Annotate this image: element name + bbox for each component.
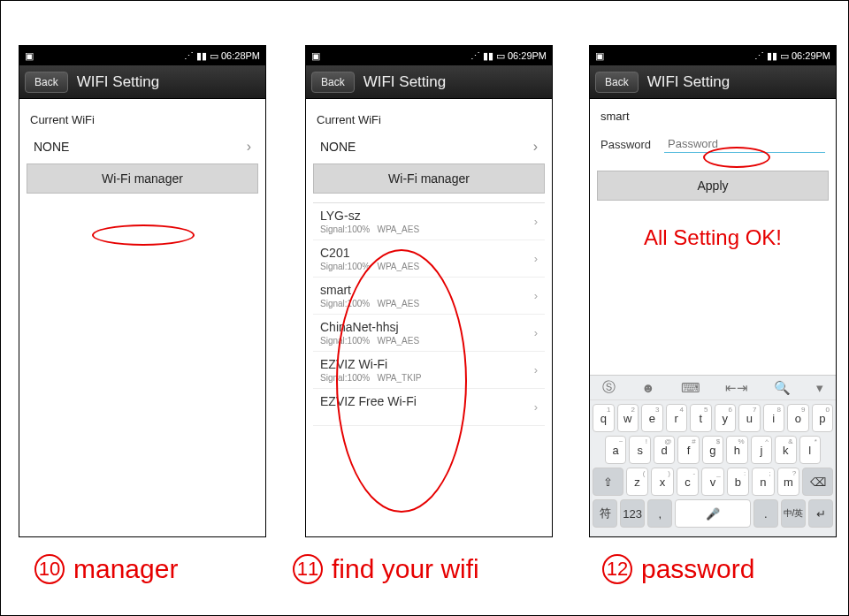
- wifi-item[interactable]: LYG-szSignal:100% WPA_AES›: [313, 203, 545, 240]
- wifi-manager-button[interactable]: Wi-Fi manager: [313, 164, 545, 194]
- kb-logo-icon[interactable]: Ⓢ: [602, 379, 616, 396]
- caption-12: 12 password: [602, 554, 754, 584]
- key-n[interactable]: ;n: [752, 468, 774, 496]
- key-e[interactable]: 3e: [641, 404, 663, 432]
- wifi-icon: ⋰: [754, 50, 764, 62]
- password-label: Password: [600, 138, 655, 151]
- back-button[interactable]: Back: [25, 72, 68, 93]
- status-time: 06:29PM: [508, 50, 547, 61]
- key-k[interactable]: &k: [775, 436, 796, 464]
- keyboard-toolbar: Ⓢ ☻ ⌨ ⇤⇥ 🔍 ▾: [590, 376, 836, 400]
- step-number: 12: [602, 554, 632, 584]
- wifi-item[interactable]: ChinaNet-hhsjSignal:100% WPA_AES›: [313, 315, 545, 352]
- key-backspace[interactable]: ⌫: [802, 468, 833, 496]
- apply-button[interactable]: Apply: [597, 171, 829, 201]
- kb-row-4: 符 123 , 🎤 . 中/英 ↵: [593, 499, 833, 528]
- key-o[interactable]: 9o: [787, 404, 809, 432]
- signal-icon: ▮▮: [483, 50, 493, 62]
- key-p[interactable]: 0p: [812, 404, 834, 432]
- key-j[interactable]: ^j: [751, 436, 772, 464]
- chevron-right-icon: ›: [534, 289, 538, 302]
- caption-11: 11 find your wifi: [293, 554, 479, 584]
- key-numbers[interactable]: 123: [620, 499, 645, 528]
- key-g[interactable]: $g: [702, 436, 723, 464]
- chevron-right-icon: ›: [247, 139, 251, 155]
- key-b[interactable]: :b: [727, 468, 749, 496]
- key-i[interactable]: 8i: [763, 404, 785, 432]
- current-wifi-label: Current WiFi: [317, 113, 545, 126]
- page-title: WIFI Setting: [363, 73, 447, 91]
- ssid-value: smart: [600, 110, 829, 123]
- screenshot-icon: ▣: [311, 50, 320, 62]
- status-bar: ▣ ⋰ ▮▮ ▭ 06:29PM: [590, 46, 836, 65]
- key-s[interactable]: !s: [629, 436, 650, 464]
- title-bar: Back WIFI Setting: [19, 65, 265, 99]
- key-x[interactable]: )x: [651, 468, 673, 496]
- phone-2: ▣ ⋰ ▮▮ ▭ 06:29PM Back WIFI Setting Curre…: [305, 45, 553, 537]
- key-l[interactable]: *l: [799, 436, 821, 464]
- key-shift[interactable]: ⇧: [593, 468, 623, 496]
- chevron-right-icon: ›: [534, 400, 538, 414]
- key-w[interactable]: 2w: [617, 404, 639, 432]
- battery-icon: ▭: [496, 50, 505, 62]
- key-enter[interactable]: ↵: [808, 499, 833, 528]
- wifi-item[interactable]: EZVIZ Free Wi-Fi ›: [313, 389, 545, 426]
- key-m[interactable]: ?m: [777, 468, 799, 496]
- key-r[interactable]: 4r: [666, 404, 688, 432]
- title-bar: Back WIFI Setting: [306, 65, 552, 99]
- password-input[interactable]: [664, 135, 825, 153]
- wifi-manager-button[interactable]: Wi-Fi manager: [27, 164, 258, 194]
- wifi-list: LYG-szSignal:100% WPA_AES› C201Signal:10…: [313, 202, 545, 426]
- annotation-circle: [92, 224, 195, 246]
- key-c[interactable]: -c: [677, 468, 699, 496]
- collapse-icon[interactable]: ▾: [816, 380, 823, 396]
- key-q[interactable]: 1q: [593, 404, 615, 432]
- key-z[interactable]: (z: [626, 468, 648, 496]
- step-number: 10: [34, 554, 65, 584]
- chevron-right-icon: ›: [534, 252, 538, 265]
- wifi-item[interactable]: smartSignal:100% WPA_AES›: [313, 278, 545, 315]
- title-bar: Back WIFI Setting: [590, 65, 836, 99]
- signal-icon: ▮▮: [767, 50, 777, 62]
- key-symbols[interactable]: 符: [593, 499, 617, 528]
- key-comma[interactable]: ,: [647, 499, 672, 528]
- mic-icon: 🎤: [706, 507, 720, 521]
- key-period[interactable]: .: [753, 499, 778, 528]
- key-language[interactable]: 中/英: [781, 499, 806, 528]
- back-button[interactable]: Back: [595, 72, 639, 93]
- kb-row-2: ~a !s @d #f $g %h ^j &k *l: [593, 436, 833, 464]
- key-space[interactable]: 🎤: [675, 499, 750, 528]
- key-f[interactable]: #f: [677, 436, 699, 464]
- wifi-item[interactable]: EZVIZ Wi-FiSignal:100% WPA_TKIP›: [313, 352, 545, 389]
- key-u[interactable]: 7u: [738, 404, 761, 432]
- signal-icon: ▮▮: [196, 50, 207, 62]
- current-wifi-row[interactable]: NONE ›: [313, 130, 545, 164]
- key-t[interactable]: 5t: [690, 404, 712, 432]
- back-button[interactable]: Back: [311, 72, 355, 93]
- page-title: WIFI Setting: [77, 73, 160, 91]
- phone-3: ▣ ⋰ ▮▮ ▭ 06:29PM Back WIFI Setting smart…: [589, 45, 837, 537]
- key-d[interactable]: @d: [654, 436, 675, 464]
- page-title: WIFI Setting: [647, 73, 730, 91]
- step-text: find your wifi: [332, 554, 479, 584]
- status-bar: ▣ ⋰ ▮▮ ▭ 06:28PM: [19, 46, 265, 65]
- phone-1: ▣ ⋰ ▮▮ ▭ 06:28PM Back WIFI Setting Curre…: [19, 45, 266, 537]
- kb-row-3: ⇧ (z )x -c _v :b ;n ?m ⌫: [593, 468, 833, 496]
- key-y[interactable]: 6y: [715, 404, 737, 432]
- key-v[interactable]: _v: [701, 468, 723, 496]
- cursor-icon[interactable]: ⇤⇥: [725, 380, 748, 396]
- step-number: 11: [293, 554, 323, 584]
- step-text: password: [641, 554, 754, 584]
- chevron-right-icon: ›: [534, 363, 538, 376]
- wifi-item[interactable]: C201Signal:100% WPA_AES›: [313, 240, 545, 278]
- kb-layout-icon[interactable]: ⌨: [681, 380, 700, 396]
- key-h[interactable]: %h: [726, 436, 747, 464]
- battery-icon: ▭: [780, 50, 789, 62]
- emoji-icon[interactable]: ☻: [641, 380, 655, 395]
- kb-search-icon[interactable]: 🔍: [774, 380, 791, 396]
- screenshot-icon: ▣: [595, 50, 604, 62]
- all-ok-text: All Setting OK!: [597, 225, 829, 250]
- caption-10: 10 manager: [34, 554, 178, 584]
- current-wifi-row[interactable]: NONE ›: [27, 130, 258, 164]
- key-a[interactable]: ~a: [605, 436, 626, 464]
